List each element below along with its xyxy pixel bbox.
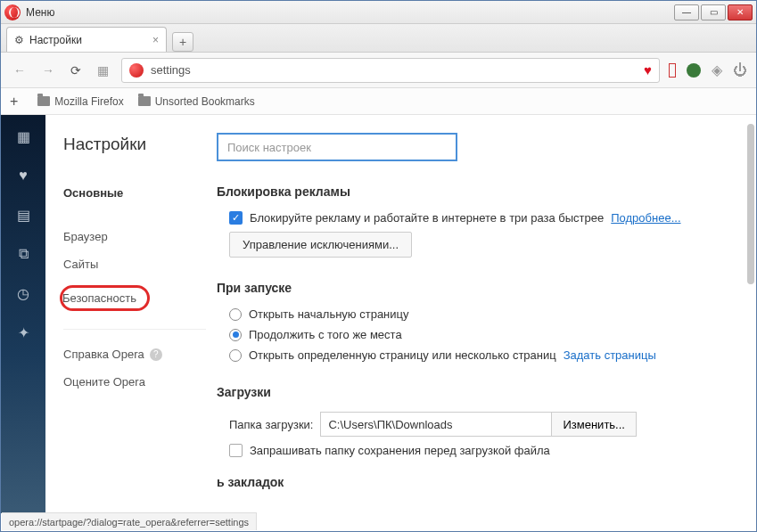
sidebar-toggle-icon[interactable] bbox=[669, 63, 676, 78]
folder-icon bbox=[138, 96, 151, 106]
tab-settings[interactable]: ⚙ Настройки × bbox=[6, 27, 167, 52]
section-downloads-title: Загрузки bbox=[217, 385, 735, 399]
news-icon[interactable]: ▤ bbox=[14, 206, 32, 224]
settings-sidebar: Настройки Основные Браузер Сайты Безопас… bbox=[45, 115, 206, 513]
download-folder-input[interactable] bbox=[320, 412, 552, 437]
tabs-icon[interactable]: ⧉ bbox=[14, 245, 32, 263]
url-input[interactable] bbox=[151, 63, 637, 77]
status-bar: opera://startpage/?dialog=rate_opera&ref… bbox=[2, 512, 257, 530]
startup-opt3-label: Открыть определенную страницу или нескол… bbox=[249, 348, 556, 362]
minimize-button[interactable]: — bbox=[674, 4, 699, 20]
bookmark-label: Mozilla Firefox bbox=[54, 95, 123, 108]
set-pages-link[interactable]: Задать страницы bbox=[564, 348, 656, 362]
search-input[interactable] bbox=[227, 141, 447, 154]
vpn-globe-icon[interactable] bbox=[687, 63, 701, 78]
sidebar-item-security[interactable]: Безопасность bbox=[63, 278, 206, 318]
change-folder-button[interactable]: Изменить... bbox=[552, 412, 636, 437]
reload-button[interactable]: ⟳ bbox=[67, 61, 85, 79]
scrollbar[interactable] bbox=[747, 124, 754, 284]
startup-radio-specific[interactable] bbox=[229, 349, 242, 362]
tab-title: Настройки bbox=[29, 34, 82, 46]
opera-logo-icon bbox=[4, 4, 21, 20]
status-url: opera://startpage/?dialog=rate_opera&ref… bbox=[9, 517, 249, 528]
bookmark-folder-firefox[interactable]: Mozilla Firefox bbox=[37, 95, 123, 108]
bookmarks-heart-icon[interactable]: ♥ bbox=[14, 167, 32, 184]
sidebar-item-sites[interactable]: Сайты bbox=[63, 250, 206, 278]
settings-search[interactable] bbox=[217, 133, 457, 161]
adblock-more-link[interactable]: Подробнее... bbox=[611, 211, 680, 225]
ask-folder-checkbox[interactable] bbox=[229, 444, 243, 457]
sidebar-item-help[interactable]: Справка Opera ? bbox=[63, 340, 206, 368]
history-icon[interactable]: ◷ bbox=[14, 284, 32, 302]
startup-opt2-label: Продолжить с того же места bbox=[249, 328, 402, 341]
bookmarks-bar: + Mozilla Firefox Unsorted Bookmarks bbox=[1, 88, 756, 115]
help-icon: ? bbox=[150, 348, 162, 361]
maximize-button[interactable]: ▭ bbox=[701, 4, 726, 20]
back-button[interactable]: ← bbox=[10, 61, 29, 79]
sidebar-item-label: Справка Opera bbox=[63, 348, 144, 361]
section-startup-title: При запуске bbox=[217, 281, 735, 295]
folder-icon bbox=[37, 96, 50, 106]
download-folder-label: Папка загрузки: bbox=[229, 418, 313, 431]
menu-button[interactable]: Меню bbox=[26, 6, 54, 19]
bookmark-label: Unsorted Bookmarks bbox=[155, 95, 255, 108]
startup-radio-home[interactable] bbox=[229, 308, 242, 321]
sidebar-item-rate[interactable]: Оцените Opera bbox=[63, 368, 206, 396]
toolbar: ← → ⟳ ▦ ♥ ◈ ⏻ bbox=[1, 53, 756, 88]
bookmark-folder-unsorted[interactable]: Unsorted Bookmarks bbox=[138, 95, 255, 108]
new-tab-button[interactable]: + bbox=[172, 32, 193, 52]
gear-icon: ⚙ bbox=[14, 34, 24, 46]
left-icon-bar: ▦ ♥ ▤ ⧉ ◷ ✦ bbox=[1, 115, 45, 513]
window-titlebar: Меню — ▭ ✕ bbox=[1, 1, 756, 24]
battery-saver-icon[interactable]: ⏻ bbox=[733, 62, 747, 78]
startup-radio-continue[interactable] bbox=[229, 329, 242, 341]
settings-content: Блокировка рекламы ✓ Блокируйте рекламу … bbox=[206, 115, 756, 513]
settings-title: Настройки bbox=[63, 135, 206, 154]
tab-strip: ⚙ Настройки × + bbox=[1, 24, 756, 53]
sidebar-item-label: Безопасность bbox=[62, 291, 136, 305]
speed-dial-icon[interactable]: ▦ bbox=[14, 127, 32, 145]
tab-close-icon[interactable]: × bbox=[152, 34, 159, 46]
speed-dial-icon[interactable]: ▦ bbox=[94, 61, 112, 79]
opera-o-icon bbox=[129, 63, 144, 78]
startup-opt1-label: Открыть начальную страницу bbox=[249, 307, 409, 321]
section-adblock-title: Блокировка рекламы bbox=[217, 184, 735, 199]
adblock-label: Блокируйте рекламу и работайте в интерне… bbox=[250, 211, 604, 225]
section-bookmarks-title: ь закладок bbox=[217, 475, 735, 489]
bookmark-heart-icon[interactable]: ♥ bbox=[644, 62, 652, 78]
adblock-checkbox[interactable]: ✓ bbox=[229, 211, 243, 225]
ask-folder-label: Запрашивать папку сохранения перед загру… bbox=[250, 444, 550, 457]
extensions-icon[interactable]: ✦ bbox=[14, 323, 32, 341]
adblock-shield-icon[interactable]: ◈ bbox=[712, 61, 722, 78]
add-bookmark-button[interactable]: + bbox=[10, 94, 18, 110]
address-bar[interactable]: ♥ bbox=[121, 58, 660, 83]
sidebar-item-main[interactable]: Основные bbox=[63, 179, 206, 207]
forward-button[interactable]: → bbox=[38, 61, 58, 79]
sidebar-item-browser[interactable]: Браузер bbox=[63, 223, 206, 250]
close-button[interactable]: ✕ bbox=[728, 4, 753, 20]
manage-exceptions-button[interactable]: Управление исключениями... bbox=[229, 232, 412, 258]
